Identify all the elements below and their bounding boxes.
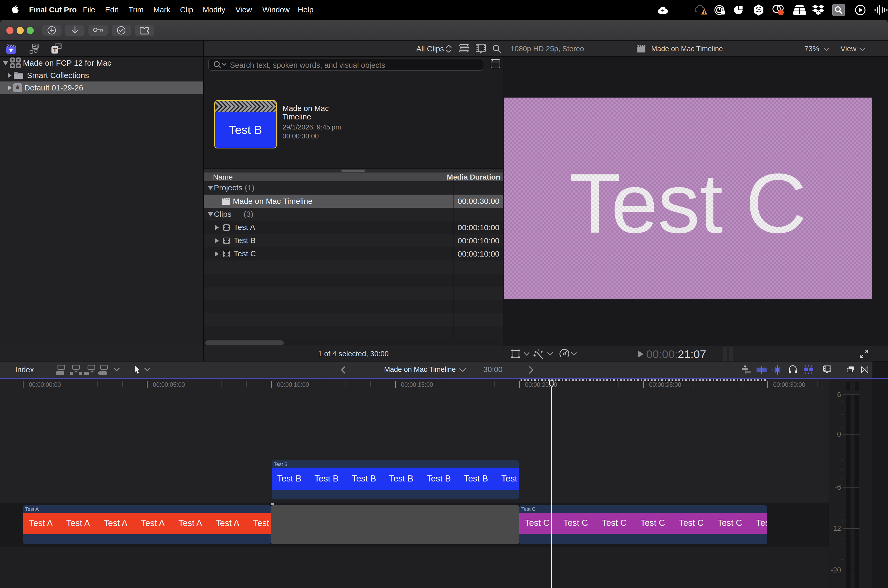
svg-text:T: T — [53, 46, 57, 53]
